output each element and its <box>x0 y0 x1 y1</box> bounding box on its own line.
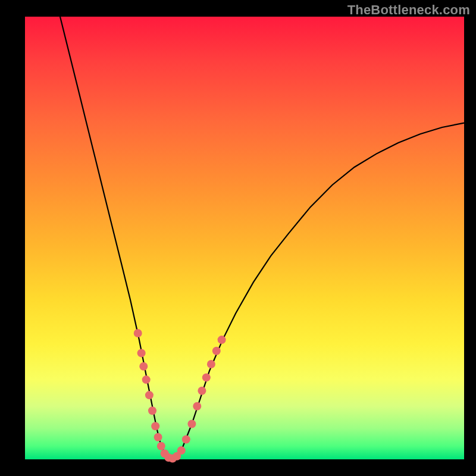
bottleneck-curve <box>60 17 464 459</box>
curve-marker <box>137 349 146 357</box>
curve-marker <box>187 420 196 428</box>
curve-marker <box>202 373 211 381</box>
curve-marker <box>145 391 154 399</box>
curve-marker <box>182 436 190 444</box>
curve-marker <box>218 336 226 344</box>
curve-marker <box>142 375 151 384</box>
curve-marker <box>177 446 186 455</box>
curve-marker <box>207 360 215 368</box>
curve-markers <box>134 329 226 463</box>
curve-marker <box>151 422 159 430</box>
curve-marker <box>154 433 162 441</box>
curve-marker <box>157 442 165 450</box>
curve-marker <box>193 402 201 411</box>
watermark-text: TheBottleneck.com <box>347 2 470 18</box>
curve-marker <box>198 387 206 395</box>
chart-frame: TheBottleneck.com <box>0 0 476 476</box>
curve-marker <box>212 347 221 355</box>
plot-area <box>25 17 464 459</box>
bottleneck-curve-svg <box>25 17 464 459</box>
curve-marker <box>134 329 142 337</box>
curve-marker <box>148 406 156 415</box>
curve-marker <box>139 362 148 371</box>
